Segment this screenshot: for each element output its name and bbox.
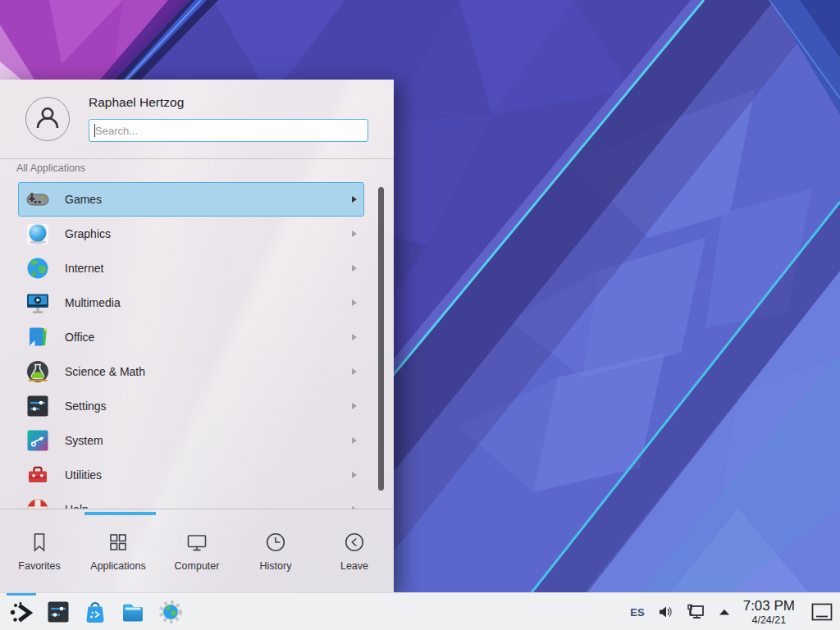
application-launcher-popup: Raphael Hertzog All Applications Games: [0, 80, 394, 592]
category-label: Settings: [65, 399, 352, 413]
category-multimedia[interactable]: Multimedia: [18, 285, 364, 320]
category-science-math[interactable]: Science & Math: [18, 354, 364, 389]
submenu-arrow-icon: [352, 437, 357, 444]
tab-label: Applications: [90, 560, 145, 572]
discover-icon[interactable]: [82, 599, 108, 625]
category-label: Multimedia: [65, 296, 352, 309]
category-label: Office: [65, 331, 352, 344]
section-label: All Applications: [16, 162, 85, 174]
tab-label: Favorites: [18, 560, 60, 572]
leave-icon: [342, 530, 367, 555]
submenu-arrow-icon: [352, 368, 357, 375]
utilities-icon: [25, 462, 51, 488]
submenu-arrow-icon: [352, 231, 357, 237]
volume-icon[interactable]: [657, 604, 673, 620]
tab-label: Computer: [175, 560, 220, 572]
taskbar-panel: ES 7:03 PM 4/24/21: [0, 592, 840, 630]
keyboard-layout-indicator[interactable]: ES: [630, 606, 644, 619]
launcher-active-indicator: [7, 593, 36, 596]
desktop: Raphael Hertzog All Applications Games: [0, 0, 840, 630]
help-icon: [25, 496, 51, 509]
tab-computer[interactable]: Computer: [158, 509, 236, 592]
search-input[interactable]: [89, 119, 368, 142]
system-tray: ES 7:03 PM 4/24/21: [630, 593, 840, 630]
dolphin-icon[interactable]: [120, 599, 146, 625]
science-icon: [25, 358, 51, 385]
submenu-arrow-icon: [352, 403, 357, 409]
web-browser-icon[interactable]: [158, 599, 184, 625]
category-label: System: [65, 434, 352, 447]
system-icon: [25, 427, 51, 454]
clock-time: 7:03 PM: [743, 598, 795, 614]
expand-tray-caret-icon[interactable]: [718, 608, 731, 616]
category-office[interactable]: Office: [18, 320, 364, 354]
submenu-arrow-icon: [352, 334, 357, 340]
user-icon: [31, 103, 64, 135]
tab-label: History: [260, 560, 292, 572]
text-cursor: [94, 124, 95, 137]
tab-applications[interactable]: Applications: [79, 509, 158, 592]
category-system[interactable]: System: [18, 423, 364, 458]
history-icon: [263, 530, 288, 555]
settings-icon: [25, 393, 51, 419]
category-label: Help: [65, 503, 352, 509]
submenu-arrow-icon: [352, 299, 357, 306]
network-icon[interactable]: [686, 603, 705, 621]
user-avatar[interactable]: [25, 97, 70, 141]
tab-leave[interactable]: Leave: [315, 509, 394, 592]
category-label: Science & Math: [65, 365, 352, 378]
favorites-icon: [27, 530, 52, 555]
submenu-arrow-icon: [352, 472, 357, 478]
category-label: Internet: [65, 262, 352, 275]
computer-icon: [185, 530, 209, 555]
applications-icon: [106, 530, 130, 555]
category-label: Games: [65, 193, 352, 206]
submenu-arrow-icon: [352, 265, 357, 272]
user-name: Raphael Hertzog: [89, 95, 184, 110]
tab-history[interactable]: History: [236, 509, 315, 592]
category-list: Games Graphics: [0, 182, 394, 509]
category-label: Graphics: [65, 227, 352, 240]
category-games[interactable]: Games: [18, 182, 364, 217]
office-icon: [25, 324, 51, 350]
category-help[interactable]: Help: [18, 492, 364, 509]
clock[interactable]: 7:03 PM 4/24/21: [743, 598, 795, 625]
submenu-arrow-icon: [352, 196, 357, 203]
internet-icon: [25, 255, 51, 281]
graphics-icon: [25, 221, 51, 247]
tab-label: Leave: [340, 560, 368, 572]
show-desktop-button[interactable]: [810, 602, 833, 622]
multimedia-icon: [25, 290, 51, 316]
clock-date: 4/24/21: [751, 614, 786, 626]
category-graphics[interactable]: Graphics: [18, 217, 364, 251]
games-icon: [25, 186, 51, 212]
kickoff-launcher-icon[interactable]: [8, 599, 34, 625]
header-separator: [0, 158, 394, 159]
category-utilities[interactable]: Utilities: [18, 458, 364, 492]
category-internet[interactable]: Internet: [18, 251, 364, 285]
tab-favorites[interactable]: Favorites: [0, 509, 79, 592]
category-settings[interactable]: Settings: [18, 389, 364, 423]
system-settings-icon[interactable]: [45, 599, 71, 625]
launcher-tabbar: Favorites Applications Computer: [0, 509, 394, 592]
category-label: Utilities: [65, 468, 352, 482]
scrollbar[interactable]: [378, 187, 384, 491]
